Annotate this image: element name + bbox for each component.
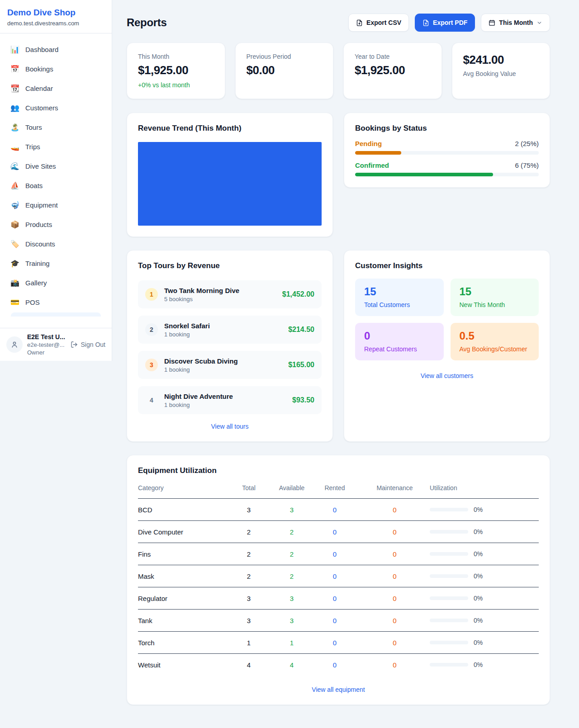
tour-row: 4 Night Dive Adventure 1 booking $93.50 [138,386,322,414]
credit-card-icon: 💳 [10,298,20,307]
equipment-maintenance: 0 [360,587,430,610]
export-csv-button[interactable]: Export CSV [348,14,409,32]
insight-avg-bookings: 0.5 Avg Bookings/Customer [451,323,539,360]
sign-out-button[interactable]: Sign Out [71,341,105,348]
sidebar-item-gallery[interactable]: 📸 Gallery [5,273,106,292]
revenue-trend-title: Revenue Trend (This Month) [138,124,322,133]
equipment-rented: 0 [310,654,360,676]
status-bar-fill [355,151,401,155]
row-tours-insights: Top Tours by Revenue 1 Two Tank Morning … [127,250,550,442]
sidebar-item-training[interactable]: 🎓 Training [5,254,106,273]
row-revenue-status: Revenue Trend (This Month) Bookings by S… [127,113,550,237]
utilization-bar [430,619,468,622]
sign-out-label: Sign Out [81,341,105,348]
sidebar-item-customers[interactable]: 👥 Customers [5,98,106,117]
sidebar-item-trips[interactable]: 🚤 Trips [5,137,106,156]
speedboat-icon: 🚤 [10,142,20,151]
bookings-by-status-card: Bookings by Status Pending 2 (25%) Confi… [344,113,550,188]
stat-value: $0.00 [247,63,323,77]
stat-label: Year to Date [355,53,431,60]
sidebar-item-calendar[interactable]: 📆 Calendar [5,79,106,98]
header-actions: Export CSV Export PDF This Month [348,14,550,32]
equipment-maintenance: 0 [360,543,430,565]
bookings-by-status-title: Bookings by Status [355,124,539,133]
equipment-maintenance: 0 [360,610,430,632]
tour-revenue: $165.00 [288,361,314,369]
status-count: 6 (75%) [515,161,539,169]
insight-grid: 15 Total Customers 15 New This Month 0 R… [355,279,539,360]
top-tours-card: Top Tours by Revenue 1 Two Tank Morning … [127,250,333,442]
equipment-category: Regulator [138,587,224,610]
equipment-category: Mask [138,565,224,587]
equipment-total: 3 [224,587,274,610]
view-all-customers-link[interactable]: View all customers [355,372,539,380]
equipment-total: 4 [224,654,274,676]
sidebar-item-pos[interactable]: 💳 POS [5,293,106,312]
sidebar-nav: 📊 Dashboard 📅 Bookings 📆 Calendar 👥 Cust… [0,33,112,328]
utilization-percent: 0% [474,639,483,646]
col-category: Category [138,480,224,499]
sidebar-item-label: Discounts [25,240,55,248]
stat-label: This Month [138,53,214,60]
period-dropdown[interactable]: This Month [481,14,550,32]
equipment-total: 2 [224,521,274,543]
status-bar-fill [355,173,493,176]
insight-repeat-customers: 0 Repeat Customers [355,323,444,360]
equipment-maintenance: 0 [360,632,430,654]
equipment-available: 2 [274,565,310,587]
equipment-available: 2 [274,521,310,543]
equipment-total: 1 [224,632,274,654]
sidebar-item-products[interactable]: 📦 Products [5,215,106,234]
equipment-available: 3 [274,499,310,521]
file-download-icon [356,19,363,26]
status-count: 2 (25%) [515,140,539,147]
stat-card-avg-booking-value: $241.00 Avg Booking Value [452,43,551,99]
sidebar-item-label: Bookings [25,65,53,73]
sidebar-header: Demo Dive Shop demo.test.divestreams.com [0,0,112,33]
revenue-trend-card: Revenue Trend (This Month) [127,113,333,237]
equipment-rented: 0 [310,610,360,632]
export-pdf-label: Export PDF [433,19,467,26]
bookings-calendar-icon: 📅 [10,65,20,73]
tour-revenue: $1,452.00 [282,290,314,298]
equipment-row: Torch 1 1 0 0 0% [138,632,539,654]
stat-card-previous-period: Previous Period $0.00 [235,43,334,99]
col-total: Total [224,480,274,499]
view-all-tours-link[interactable]: View all tours [138,422,322,430]
col-utilization: Utilization [430,480,539,499]
sidebar-item-discounts[interactable]: 🏷️ Discounts [5,234,106,253]
sidebar-item-boats[interactable]: ⛵ Boats [5,176,106,195]
stats-row: This Month $1,925.00 +0% vs last month P… [127,43,550,99]
user-role: Owner [27,349,66,356]
utilization-percent: 0% [474,617,483,624]
sidebar-item-tours[interactable]: 🏝️ Tours [5,118,106,137]
equipment-category: Torch [138,632,224,654]
sidebar-item-reports-active[interactable] [11,312,101,317]
equipment-total: 2 [224,543,274,565]
user-info: E2E Test U... e2e-tester@... Owner [27,333,66,356]
page-title: Reports [127,16,167,29]
equipment-rented: 0 [310,632,360,654]
utilization-percent: 0% [474,550,483,558]
export-pdf-button[interactable]: Export PDF [415,14,475,32]
sidebar-item-label: Training [25,260,50,267]
tour-name: Night Dive Adventure [164,392,286,400]
sidebar-item-equipment[interactable]: 🤿 Equipment [5,195,106,214]
view-all-equipment-link[interactable]: View all equipment [138,685,539,694]
equipment-total: 2 [224,565,274,587]
stat-label: Previous Period [247,53,323,60]
dive-mask-icon: 🤿 [10,201,20,209]
sidebar-item-label: Tours [25,123,42,131]
page-header: Reports Export CSV Export PDF This Month [127,14,550,32]
stat-value: $1,925.00 [355,63,431,77]
tour-row: 1 Two Tank Morning Dive 5 bookings $1,45… [138,280,322,308]
sidebar-item-bookings[interactable]: 📅 Bookings [5,59,106,78]
sidebar-item-dashboard[interactable]: 📊 Dashboard [5,40,106,59]
dashboard-icon: 📊 [10,45,20,54]
equipment-table: Category Total Available Rented Maintena… [138,480,539,676]
sidebar-item-label: Products [25,221,52,228]
sidebar-item-dive-sites[interactable]: 🌊 Dive Sites [5,156,106,175]
insight-label: Total Customers [364,301,435,308]
rank-badge: 2 [145,323,158,336]
utilization-percent: 0% [474,595,483,602]
